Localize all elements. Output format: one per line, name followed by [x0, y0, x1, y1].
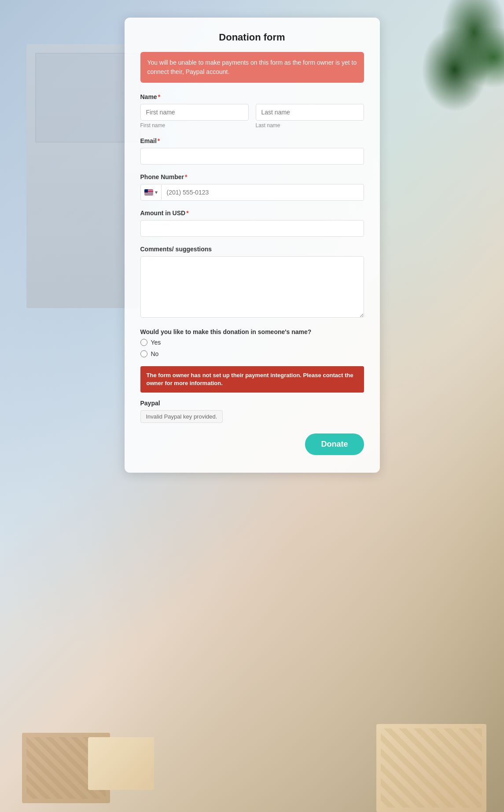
yes-radio-option[interactable]: Yes	[140, 339, 364, 346]
first-name-input[interactable]	[140, 104, 249, 121]
email-input[interactable]	[140, 148, 364, 165]
amount-required-star: *	[186, 209, 188, 217]
background-gift-2	[376, 724, 486, 812]
paypal-label: Paypal	[140, 400, 364, 407]
no-radio-option[interactable]: No	[140, 350, 364, 357]
last-name-field: Last name	[256, 104, 364, 129]
us-flag-icon	[144, 189, 153, 195]
donation-form-card: Donation form You will be unable to make…	[125, 18, 380, 473]
form-footer: Donate	[140, 434, 364, 455]
amount-input[interactable]	[140, 220, 364, 237]
name-label: Name*	[140, 93, 364, 100]
comments-textarea[interactable]	[140, 256, 364, 318]
form-title: Donation form	[140, 32, 364, 43]
phone-wrapper: ▾	[140, 184, 364, 201]
background-plant	[416, 0, 504, 132]
background-gift-3	[88, 737, 154, 790]
yes-radio-label: Yes	[151, 339, 161, 346]
phone-label: Phone Number*	[140, 173, 364, 180]
background-gifts	[0, 658, 504, 812]
paypal-section: Paypal Invalid Paypal key provided.	[140, 400, 364, 423]
donation-radio-group: Yes No	[140, 339, 364, 357]
email-field-group: Email*	[140, 137, 364, 165]
name-field-group: Name* First name Last name	[140, 93, 364, 129]
first-name-hint: First name	[140, 122, 249, 129]
phone-field-group: Phone Number* ▾	[140, 173, 364, 201]
yes-radio-input[interactable]	[140, 339, 147, 346]
no-radio-input[interactable]	[140, 350, 147, 357]
donation-name-group: Would you like to make this donation in …	[140, 328, 364, 357]
donate-button[interactable]: Donate	[305, 434, 364, 455]
name-required-star: *	[158, 93, 160, 100]
amount-field-group: Amount in USD*	[140, 209, 364, 237]
payment-error-text: The form owner has not set up their paym…	[147, 372, 353, 386]
donation-question-label: Would you like to make this donation in …	[140, 328, 364, 335]
phone-flag-selector[interactable]: ▾	[141, 185, 162, 200]
paypal-warning-text: You will be unable to make payments on t…	[147, 59, 357, 75]
amount-label: Amount in USD*	[140, 209, 364, 217]
name-row: First name Last name	[140, 104, 364, 129]
phone-dot: ▾	[155, 189, 158, 195]
last-name-hint: Last name	[256, 122, 364, 129]
last-name-input[interactable]	[256, 104, 364, 121]
no-radio-label: No	[151, 350, 159, 357]
payment-error-banner: The form owner has not set up their paym…	[140, 366, 364, 393]
paypal-error-tag: Invalid Paypal key provided.	[140, 410, 223, 423]
email-required-star: *	[158, 137, 160, 144]
comments-label: Comments/ suggestions	[140, 246, 364, 253]
paypal-warning-banner: You will be unable to make payments on t…	[140, 52, 364, 83]
phone-input[interactable]	[162, 184, 364, 200]
email-label: Email*	[140, 137, 364, 144]
phone-required-star: *	[185, 173, 187, 180]
first-name-field: First name	[140, 104, 249, 129]
comments-field-group: Comments/ suggestions	[140, 246, 364, 320]
